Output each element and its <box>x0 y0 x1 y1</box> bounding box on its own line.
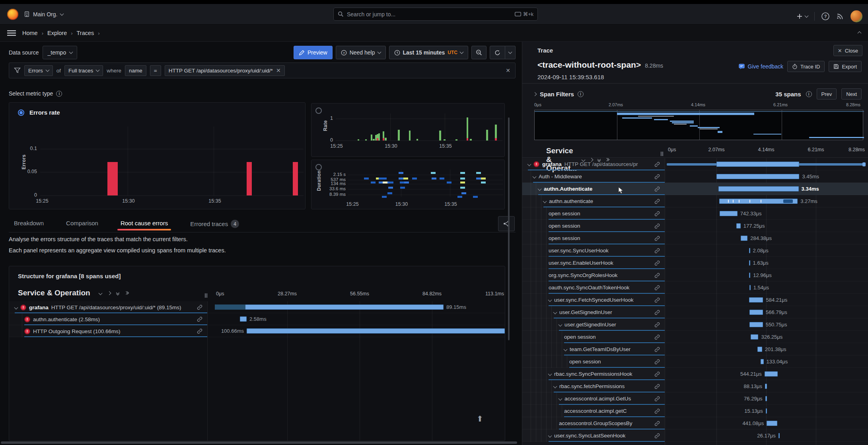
rate-bar[interactable] <box>444 139 446 141</box>
span-link-icon[interactable] <box>654 162 660 167</box>
span-row[interactable]: authn.Authenticate3.34ms <box>522 183 868 195</box>
span-name-cell[interactable]: user.sync.FetchSyncedUserHook <box>522 294 665 306</box>
span-name-cell[interactable]: user.GetSignedInUser <box>522 306 665 318</box>
add-button[interactable] <box>796 13 808 20</box>
row-chevron-icon[interactable] <box>548 298 552 302</box>
breadcrumb-item[interactable]: Explore <box>47 30 67 36</box>
span-name-cell[interactable]: org.sync.SyncOrgRolesHook <box>522 269 665 281</box>
row-chevron-icon[interactable] <box>533 175 537 179</box>
collapse-all-icon[interactable] <box>117 291 119 295</box>
heatmap-cell[interactable] <box>399 172 403 174</box>
span-row[interactable]: rbac.sync.fetchPermissions88.13μs <box>522 380 868 392</box>
refresh-interval-caret[interactable] <box>505 46 516 59</box>
row-chevron-icon[interactable] <box>548 372 552 376</box>
span-name-cell[interactable]: user.sync.EnableUserHook <box>522 257 665 269</box>
span-link-icon[interactable] <box>654 273 660 278</box>
hamburger-menu-icon[interactable] <box>7 30 16 36</box>
span-row[interactable]: open session742.33μs <box>522 207 868 220</box>
rate-bar[interactable] <box>486 130 488 141</box>
span-name-cell[interactable]: open session <box>522 355 665 368</box>
heatmap-cell[interactable] <box>432 178 436 180</box>
next-span-button[interactable]: Next <box>841 88 862 100</box>
rate-bar[interactable] <box>439 131 441 141</box>
heatmap-cell[interactable] <box>461 192 466 194</box>
heatmap-cell[interactable] <box>383 182 387 183</box>
span-bar[interactable] <box>765 396 767 401</box>
heatmap-cell[interactable] <box>431 172 436 174</box>
span-name-cell[interactable]: user.getSignedInUser <box>522 318 665 331</box>
span-row[interactable]: !grafanaHTTP GET /api/datasources/proxy/… <box>9 301 505 313</box>
span-link-icon[interactable] <box>654 396 660 402</box>
row-chevron-icon[interactable] <box>559 397 562 401</box>
span-name-cell[interactable]: !authn.authenticate (2.58ms) <box>9 313 207 325</box>
span-row[interactable]: open session133.04μs <box>522 355 868 368</box>
column-resize-grip[interactable] <box>661 152 663 156</box>
tab-errored-traces[interactable]: Errored traces4 <box>189 218 240 233</box>
heatmap-cell[interactable] <box>440 178 444 180</box>
span-name-cell[interactable]: oauth.sync.SyncOauthTokenHook <box>522 281 665 294</box>
span-name-cell[interactable]: authn.authenticate <box>522 195 665 207</box>
error-bar[interactable] <box>293 162 298 195</box>
span-row[interactable]: rbac.sync.SyncPermissionsHook544.21μs <box>522 368 868 380</box>
export-button[interactable]: Export <box>829 61 862 72</box>
span-filters-chevron-icon[interactable] <box>533 92 537 96</box>
span-bar[interactable] <box>719 199 798 204</box>
breadcrumb-item[interactable]: Home <box>22 30 38 36</box>
need-help-button[interactable]: ? Need help <box>336 46 386 59</box>
span-name-cell[interactable]: Auth - Middleware <box>522 170 665 183</box>
heatmap-cell[interactable] <box>473 196 478 198</box>
row-chevron-icon[interactable] <box>527 162 531 166</box>
span-row[interactable]: user.sync.SyncUserHook2.08μs <box>522 244 868 257</box>
span-name-cell[interactable]: accesscontrol.acimpl.GetUs <box>522 392 665 405</box>
row-chevron-icon[interactable] <box>543 199 547 203</box>
heatmap-cell[interactable] <box>388 187 393 189</box>
span-name-cell[interactable]: team.GetTeamIDsByUser <box>522 343 665 355</box>
span-row[interactable]: user.sync.EnableUserHook1.63μs <box>522 257 868 269</box>
span-bar[interactable] <box>749 310 763 315</box>
span-link-icon[interactable] <box>654 248 660 254</box>
filter-operator-chip[interactable]: = <box>150 65 161 76</box>
heatmap-cell[interactable] <box>399 178 403 180</box>
span-row[interactable]: user.sync.SyncLastSeenHook26.17μs <box>522 429 868 442</box>
help-icon[interactable]: ? <box>821 12 830 21</box>
refresh-button[interactable] <box>490 46 505 59</box>
span-name-cell[interactable]: user.sync.SyncUserHook <box>522 244 665 257</box>
heatmap-cell[interactable] <box>382 178 387 180</box>
span-link-icon[interactable] <box>654 297 660 303</box>
tab-breakdown[interactable]: Breakdown <box>13 218 45 231</box>
row-chevron-icon[interactable] <box>14 305 18 309</box>
span-bar[interactable] <box>749 260 750 265</box>
collapse-top-icon[interactable] <box>858 32 861 35</box>
span-row[interactable]: team.GetTeamIDsByUser201.38μs <box>522 343 868 355</box>
news-rss-icon[interactable] <box>836 12 844 20</box>
span-row[interactable]: !HTTP Outgoing Request (100.66ms)100.66m… <box>9 325 505 337</box>
span-bar[interactable] <box>716 174 799 179</box>
heatmap-cell[interactable] <box>460 172 465 174</box>
row-chevron-icon[interactable] <box>548 434 552 438</box>
span-link-icon[interactable] <box>654 359 660 365</box>
filter-scope-select[interactable]: Errors <box>24 65 53 76</box>
span-bar[interactable] <box>778 433 780 438</box>
row-chevron-icon[interactable] <box>559 323 562 327</box>
span-name-cell[interactable]: !HTTP Outgoing Request (100.66ms) <box>9 325 207 337</box>
span-name-cell[interactable]: rbac.sync.SyncPermissionsHook <box>522 368 665 380</box>
avatar[interactable] <box>850 10 862 22</box>
error-bar[interactable] <box>113 162 118 195</box>
span-link-icon[interactable] <box>654 408 660 414</box>
span-bar[interactable] <box>749 248 750 253</box>
heatmap-cell[interactable] <box>460 187 465 189</box>
span-link-icon[interactable] <box>654 334 660 340</box>
span-name-cell[interactable]: open session <box>522 207 665 220</box>
span-bar[interactable] <box>215 304 444 310</box>
span-row[interactable]: open session177.25μs <box>522 220 868 232</box>
heatmap-cell[interactable] <box>476 178 481 180</box>
span-bar[interactable] <box>749 322 763 327</box>
error-bar[interactable] <box>107 162 113 195</box>
span-row[interactable]: user.sync.FetchSyncedUserHook584.21μs <box>522 294 868 306</box>
span-link-icon[interactable] <box>654 384 660 389</box>
datasource-picker[interactable]: _tempo <box>43 46 77 59</box>
span-name-cell[interactable]: user.sync.SyncLastSeenHook <box>522 429 665 442</box>
rate-bar[interactable] <box>358 139 360 141</box>
span-link-icon[interactable] <box>654 421 660 426</box>
heatmap-cell[interactable] <box>364 178 369 180</box>
